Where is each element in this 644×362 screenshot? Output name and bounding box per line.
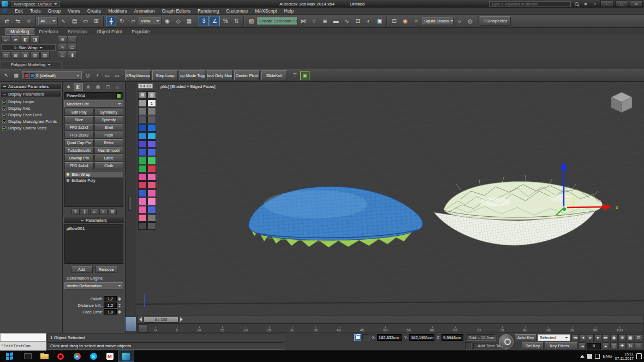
plugin-icon[interactable] (147, 214, 156, 222)
keyboard-shortcut-override-icon[interactable]: ▦ (184, 16, 194, 26)
maximize-button[interactable]: □ (615, 1, 628, 7)
plugin-icon[interactable] (147, 189, 156, 197)
window-crossing-toggle-icon[interactable]: ⊞ (91, 16, 102, 26)
modifier-button[interactable]: FFD 3x3x3 (64, 132, 94, 139)
checkbox-display-unassigned-points[interactable]: Display Unassigned Points (0, 117, 62, 124)
macro-button[interactable]: Loop Mode Toggle (180, 70, 205, 80)
set-key-toggle-button[interactable] (499, 334, 514, 349)
menu-item[interactable]: Edit (11, 8, 26, 15)
mini-curve-editor-button[interactable] (125, 316, 136, 332)
edit-named-selection-sets-icon[interactable]: ▧ (246, 16, 257, 26)
macro-button[interactable]: Step Loop (152, 70, 178, 80)
modifier-button[interactable]: TurboSmooth (64, 147, 94, 154)
distance-influence-spinner[interactable]: Distance Infl.:1,2 (63, 301, 125, 308)
next-frame-icon[interactable] (180, 317, 183, 322)
menu-item[interactable]: Modifiers (105, 8, 130, 15)
macro-button[interactable]: Center Pivot (234, 70, 260, 80)
modifier-stack-item-editable-poly[interactable]: Editable Poly (65, 177, 123, 183)
plugin-icon[interactable] (138, 222, 147, 230)
rollout-parameters[interactable]: Parameters (63, 217, 124, 223)
taskbar-clock[interactable]: 15:11 07.11.2017 (615, 352, 634, 361)
modeling-tool-icon[interactable]: ◧ (21, 36, 30, 43)
falloff-spinner[interactable]: Falloff:1,2 (63, 295, 125, 301)
plugin-icon[interactable] (138, 198, 147, 205)
soft-selection-icon[interactable]: ◎ (83, 71, 92, 80)
spinner-arrows-icon[interactable] (118, 297, 121, 301)
selection-lock-icon[interactable] (354, 334, 361, 341)
modifier-button[interactable]: Edit Poly (64, 109, 94, 116)
render-setup-icon[interactable]: ▣ (374, 16, 385, 26)
zoom-all-icon[interactable]: ⊕ (618, 334, 626, 341)
display-tab-icon[interactable]: □ (103, 83, 112, 91)
add-button[interactable]: Add (71, 266, 93, 273)
orbit-icon[interactable]: ↻ (627, 342, 634, 349)
rectangular-selection-region-icon[interactable]: ▭ (80, 16, 91, 26)
checkbox-display-axis[interactable]: Display Axis (0, 104, 62, 111)
constraint-edge-icon[interactable]: ▭ (103, 71, 112, 80)
modeling-tool-icon[interactable]: ≈ (68, 36, 77, 43)
plugin-icon[interactable] (138, 108, 147, 115)
plugin-icon[interactable] (138, 173, 147, 181)
hierarchy-tab-icon[interactable]: ⋔ (84, 83, 93, 91)
favorites-star-icon[interactable]: ★ (582, 1, 589, 7)
modifier-button[interactable]: Relax (94, 139, 124, 146)
menu-item[interactable]: MAXScript (252, 8, 280, 15)
spinner-arrows-icon[interactable] (118, 310, 121, 314)
active-selection-set-dropdown[interactable]: 0 (default) (22, 71, 82, 80)
modifier-button[interactable]: FFD 4x4x4 (64, 162, 94, 169)
modeling-tool-icon[interactable]: ▮ (68, 51, 77, 58)
utilities-tab-icon[interactable]: ⌂ (113, 83, 122, 91)
checkbox-display-loops[interactable]: Display Loops (0, 98, 62, 104)
make-unique-icon[interactable]: ⊔ (90, 209, 98, 215)
macro-button[interactable]: XRayUnwrap (125, 70, 151, 80)
plugin-icon[interactable] (138, 157, 147, 164)
spinner-value[interactable]: 1,2 (104, 302, 117, 308)
modifier-button[interactable]: Lathe (94, 155, 124, 162)
3dsmax-taskbar-button[interactable] (118, 351, 134, 362)
macro-button[interactable]: Pivot Only Mode (207, 70, 232, 80)
remove-modifier-icon[interactable]: ✕ (99, 209, 108, 215)
select-and-rotate-icon[interactable]: ↻ (117, 16, 127, 26)
infocenter-search-input[interactable] (489, 1, 571, 7)
plugin-icon[interactable] (147, 132, 156, 140)
modeling-tool-icon[interactable]: ▥ (31, 52, 40, 59)
plugin-icon[interactable] (138, 214, 147, 222)
select-by-name-icon[interactable]: ▤ (69, 16, 80, 26)
plugin-icon[interactable] (147, 124, 156, 132)
ribbon-tab[interactable]: Modeling (5, 28, 34, 35)
plugin-icon[interactable] (147, 149, 156, 156)
layer-manager-icon[interactable]: ≣ (320, 16, 330, 26)
motion-tab-icon[interactable]: ◎ (93, 83, 103, 91)
spinner-value[interactable]: 1,0 (104, 309, 117, 314)
viewport-canvas[interactable]: x (135, 82, 644, 316)
x-coordinate-field[interactable]: 182,833cm (377, 334, 402, 341)
menu-item[interactable]: Group (45, 8, 64, 15)
toolbox-icon[interactable]: ▣ (300, 71, 309, 80)
object-color-swatch[interactable] (116, 93, 121, 98)
checkbox-display-control-verts[interactable]: Display Control Verts (0, 124, 62, 130)
maxscript-listener-line[interactable] (0, 333, 46, 342)
select-object-icon[interactable]: ↖ (58, 16, 69, 26)
modeling-tool-icon[interactable]: ⊞ (11, 52, 20, 59)
selection-cursor-icon[interactable]: ↖ (2, 71, 11, 80)
modeling-tool-icon[interactable]: ⊟ (21, 52, 30, 59)
notification-icon[interactable] (636, 353, 642, 359)
set-key-button[interactable]: Set Key (522, 342, 544, 349)
close-button[interactable]: × (630, 1, 643, 7)
selection-filter-dropdown[interactable]: All (38, 17, 58, 25)
go-to-start-button[interactable]: ◀◀ (571, 334, 579, 341)
checkbox-display-face-limit[interactable]: Display Face Limit (0, 111, 62, 117)
gmail-button[interactable]: M (102, 351, 118, 362)
list-item[interactable]: pillow001 (67, 226, 85, 231)
render-iterative-icon[interactable]: ○ (411, 16, 421, 26)
create-tab-icon[interactable]: ∗ (64, 83, 73, 91)
reference-coordinate-dropdown[interactable]: View (139, 17, 162, 25)
plugin-icon[interactable]: 1 (147, 99, 156, 107)
modeling-tool-icon[interactable]: ▭ (68, 44, 77, 51)
3dsmax-logo-icon[interactable] (2, 1, 8, 7)
select-and-manipulate-icon[interactable]: ◇ (173, 16, 183, 26)
previous-frame-button[interactable]: ◀ (579, 334, 586, 341)
modeling-tool-icon[interactable]: ▨ (40, 52, 50, 59)
render-production-icon[interactable]: ◉ (400, 16, 410, 26)
plugin-icon[interactable] (138, 99, 147, 107)
